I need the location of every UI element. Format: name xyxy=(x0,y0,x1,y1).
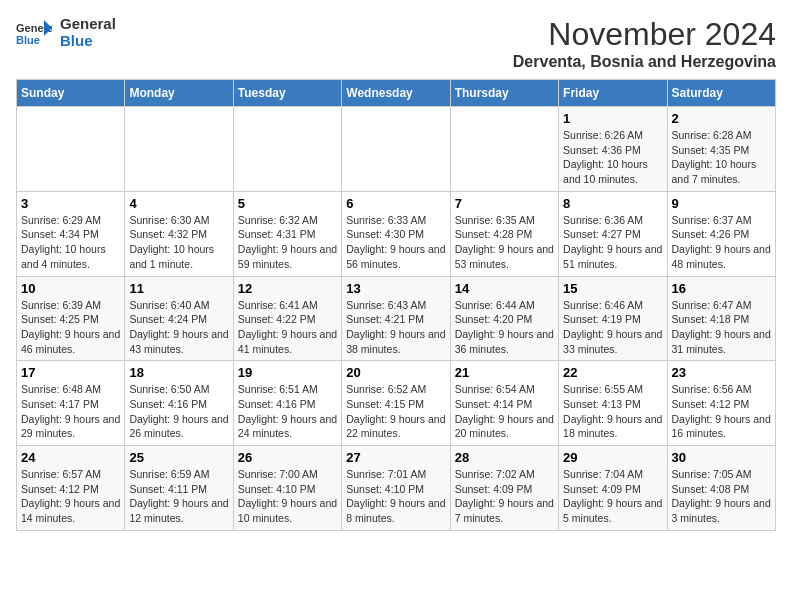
day-info: Sunrise: 6:28 AM Sunset: 4:35 PM Dayligh… xyxy=(672,128,771,187)
weekday-header-thursday: Thursday xyxy=(450,80,558,107)
logo-blue-text: Blue xyxy=(60,33,116,50)
day-info: Sunrise: 7:02 AM Sunset: 4:09 PM Dayligh… xyxy=(455,467,554,526)
day-number: 19 xyxy=(238,365,337,380)
calendar-cell: 15Sunrise: 6:46 AM Sunset: 4:19 PM Dayli… xyxy=(559,276,667,361)
day-info: Sunrise: 7:00 AM Sunset: 4:10 PM Dayligh… xyxy=(238,467,337,526)
day-number: 6 xyxy=(346,196,445,211)
day-number: 16 xyxy=(672,281,771,296)
calendar-week-3: 10Sunrise: 6:39 AM Sunset: 4:25 PM Dayli… xyxy=(17,276,776,361)
day-info: Sunrise: 6:40 AM Sunset: 4:24 PM Dayligh… xyxy=(129,298,228,357)
weekday-header-tuesday: Tuesday xyxy=(233,80,341,107)
calendar-cell: 25Sunrise: 6:59 AM Sunset: 4:11 PM Dayli… xyxy=(125,446,233,531)
day-number: 30 xyxy=(672,450,771,465)
calendar-cell: 17Sunrise: 6:48 AM Sunset: 4:17 PM Dayli… xyxy=(17,361,125,446)
calendar-cell: 10Sunrise: 6:39 AM Sunset: 4:25 PM Dayli… xyxy=(17,276,125,361)
calendar-cell xyxy=(233,107,341,192)
day-number: 21 xyxy=(455,365,554,380)
logo: General Blue General Blue xyxy=(16,16,116,49)
day-info: Sunrise: 7:05 AM Sunset: 4:08 PM Dayligh… xyxy=(672,467,771,526)
day-info: Sunrise: 6:59 AM Sunset: 4:11 PM Dayligh… xyxy=(129,467,228,526)
calendar-cell xyxy=(17,107,125,192)
calendar-cell: 6Sunrise: 6:33 AM Sunset: 4:30 PM Daylig… xyxy=(342,191,450,276)
day-number: 3 xyxy=(21,196,120,211)
day-info: Sunrise: 6:55 AM Sunset: 4:13 PM Dayligh… xyxy=(563,382,662,441)
calendar-cell: 13Sunrise: 6:43 AM Sunset: 4:21 PM Dayli… xyxy=(342,276,450,361)
day-info: Sunrise: 6:48 AM Sunset: 4:17 PM Dayligh… xyxy=(21,382,120,441)
month-title: November 2024 xyxy=(513,16,776,53)
day-number: 24 xyxy=(21,450,120,465)
calendar-cell: 1Sunrise: 6:26 AM Sunset: 4:36 PM Daylig… xyxy=(559,107,667,192)
day-number: 27 xyxy=(346,450,445,465)
weekday-header-monday: Monday xyxy=(125,80,233,107)
day-number: 23 xyxy=(672,365,771,380)
calendar-cell: 30Sunrise: 7:05 AM Sunset: 4:08 PM Dayli… xyxy=(667,446,775,531)
day-info: Sunrise: 6:47 AM Sunset: 4:18 PM Dayligh… xyxy=(672,298,771,357)
calendar-cell: 7Sunrise: 6:35 AM Sunset: 4:28 PM Daylig… xyxy=(450,191,558,276)
day-number: 11 xyxy=(129,281,228,296)
day-number: 18 xyxy=(129,365,228,380)
day-number: 28 xyxy=(455,450,554,465)
day-number: 17 xyxy=(21,365,120,380)
day-info: Sunrise: 6:43 AM Sunset: 4:21 PM Dayligh… xyxy=(346,298,445,357)
logo-icon: General Blue xyxy=(16,18,52,48)
calendar-cell: 11Sunrise: 6:40 AM Sunset: 4:24 PM Dayli… xyxy=(125,276,233,361)
calendar-week-4: 17Sunrise: 6:48 AM Sunset: 4:17 PM Dayli… xyxy=(17,361,776,446)
calendar-cell: 14Sunrise: 6:44 AM Sunset: 4:20 PM Dayli… xyxy=(450,276,558,361)
calendar-cell: 18Sunrise: 6:50 AM Sunset: 4:16 PM Dayli… xyxy=(125,361,233,446)
day-info: Sunrise: 6:32 AM Sunset: 4:31 PM Dayligh… xyxy=(238,213,337,272)
day-info: Sunrise: 6:41 AM Sunset: 4:22 PM Dayligh… xyxy=(238,298,337,357)
header: General Blue General Blue November 2024 … xyxy=(16,16,776,71)
day-number: 8 xyxy=(563,196,662,211)
weekday-header-wednesday: Wednesday xyxy=(342,80,450,107)
calendar-cell: 4Sunrise: 6:30 AM Sunset: 4:32 PM Daylig… xyxy=(125,191,233,276)
day-info: Sunrise: 6:57 AM Sunset: 4:12 PM Dayligh… xyxy=(21,467,120,526)
calendar-cell: 22Sunrise: 6:55 AM Sunset: 4:13 PM Dayli… xyxy=(559,361,667,446)
day-number: 4 xyxy=(129,196,228,211)
day-number: 14 xyxy=(455,281,554,296)
svg-text:Blue: Blue xyxy=(16,34,40,46)
calendar-cell: 28Sunrise: 7:02 AM Sunset: 4:09 PM Dayli… xyxy=(450,446,558,531)
title-area: November 2024 Derventa, Bosnia and Herze… xyxy=(513,16,776,71)
calendar-cell xyxy=(125,107,233,192)
day-info: Sunrise: 6:52 AM Sunset: 4:15 PM Dayligh… xyxy=(346,382,445,441)
day-info: Sunrise: 6:29 AM Sunset: 4:34 PM Dayligh… xyxy=(21,213,120,272)
calendar-week-5: 24Sunrise: 6:57 AM Sunset: 4:12 PM Dayli… xyxy=(17,446,776,531)
day-info: Sunrise: 6:51 AM Sunset: 4:16 PM Dayligh… xyxy=(238,382,337,441)
calendar-cell: 20Sunrise: 6:52 AM Sunset: 4:15 PM Dayli… xyxy=(342,361,450,446)
calendar-cell: 5Sunrise: 6:32 AM Sunset: 4:31 PM Daylig… xyxy=(233,191,341,276)
day-info: Sunrise: 6:36 AM Sunset: 4:27 PM Dayligh… xyxy=(563,213,662,272)
day-number: 10 xyxy=(21,281,120,296)
day-number: 13 xyxy=(346,281,445,296)
calendar-cell: 19Sunrise: 6:51 AM Sunset: 4:16 PM Dayli… xyxy=(233,361,341,446)
calendar-cell xyxy=(342,107,450,192)
calendar-table: SundayMondayTuesdayWednesdayThursdayFrid… xyxy=(16,79,776,531)
day-number: 2 xyxy=(672,111,771,126)
calendar-cell: 2Sunrise: 6:28 AM Sunset: 4:35 PM Daylig… xyxy=(667,107,775,192)
day-number: 9 xyxy=(672,196,771,211)
calendar-cell xyxy=(450,107,558,192)
day-number: 12 xyxy=(238,281,337,296)
day-info: Sunrise: 6:33 AM Sunset: 4:30 PM Dayligh… xyxy=(346,213,445,272)
logo-general-text: General xyxy=(60,16,116,33)
day-info: Sunrise: 6:39 AM Sunset: 4:25 PM Dayligh… xyxy=(21,298,120,357)
day-number: 15 xyxy=(563,281,662,296)
calendar-cell: 8Sunrise: 6:36 AM Sunset: 4:27 PM Daylig… xyxy=(559,191,667,276)
day-info: Sunrise: 6:44 AM Sunset: 4:20 PM Dayligh… xyxy=(455,298,554,357)
day-info: Sunrise: 6:30 AM Sunset: 4:32 PM Dayligh… xyxy=(129,213,228,272)
day-info: Sunrise: 6:37 AM Sunset: 4:26 PM Dayligh… xyxy=(672,213,771,272)
calendar-cell: 29Sunrise: 7:04 AM Sunset: 4:09 PM Dayli… xyxy=(559,446,667,531)
calendar-cell: 24Sunrise: 6:57 AM Sunset: 4:12 PM Dayli… xyxy=(17,446,125,531)
day-number: 1 xyxy=(563,111,662,126)
day-number: 20 xyxy=(346,365,445,380)
calendar-cell: 23Sunrise: 6:56 AM Sunset: 4:12 PM Dayli… xyxy=(667,361,775,446)
day-info: Sunrise: 6:26 AM Sunset: 4:36 PM Dayligh… xyxy=(563,128,662,187)
location-title: Derventa, Bosnia and Herzegovina xyxy=(513,53,776,71)
day-number: 7 xyxy=(455,196,554,211)
day-info: Sunrise: 7:01 AM Sunset: 4:10 PM Dayligh… xyxy=(346,467,445,526)
day-info: Sunrise: 6:50 AM Sunset: 4:16 PM Dayligh… xyxy=(129,382,228,441)
calendar-cell: 26Sunrise: 7:00 AM Sunset: 4:10 PM Dayli… xyxy=(233,446,341,531)
day-info: Sunrise: 7:04 AM Sunset: 4:09 PM Dayligh… xyxy=(563,467,662,526)
weekday-header-saturday: Saturday xyxy=(667,80,775,107)
weekday-header-sunday: Sunday xyxy=(17,80,125,107)
calendar-cell: 3Sunrise: 6:29 AM Sunset: 4:34 PM Daylig… xyxy=(17,191,125,276)
